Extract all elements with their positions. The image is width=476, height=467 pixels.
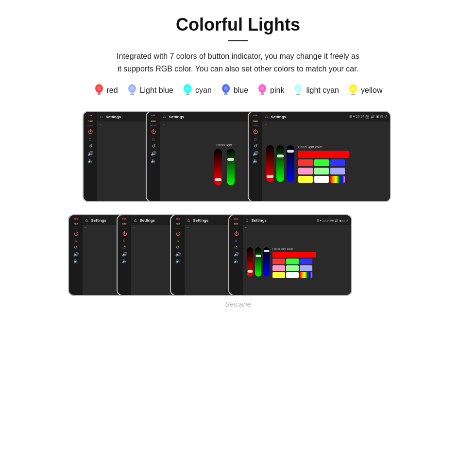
bscreen-topbar-4: ⌂ Settings ☰ ♥ 20:24 📷 🔊 ▣ ⊟ ↺ <box>243 215 351 225</box>
svg-rect-17 <box>261 92 264 94</box>
bottom-screen-4: mic nav ⏻ ⌂ ↺ 🔊 🔈 ⌂ Settings ☰ ♥ 20:24 📷… <box>228 214 352 296</box>
topbar3-time: ☰ ♥ 20:24 📷 🔊 ▣ ⊟ ↺ <box>349 115 387 119</box>
topbar2-home: ⌂ <box>163 114 166 119</box>
bsidebar1-vol-up: 🔊 <box>73 252 79 257</box>
sidebar3-vol-dn: 🔈 <box>253 158 258 163</box>
color-item-lightblue: Light blue <box>127 84 173 97</box>
green-track-2 <box>227 149 235 185</box>
sidebar2-power: ⏻ <box>151 129 156 134</box>
sidebar2-vol-dn: 🔈 <box>151 158 156 163</box>
svg-rect-9 <box>186 92 189 94</box>
sidebar3-back: ↺ <box>254 143 257 149</box>
bsidebar1-mic: mic <box>74 217 78 220</box>
color-panel-area: Panel light color <box>266 145 386 183</box>
bscreen-main-4: ⌂ Settings ☰ ♥ 20:24 📷 🔊 ▣ ⊟ ↺ ← <box>243 215 351 295</box>
bsidebar2-mic: mic <box>122 217 127 220</box>
sidebar3-divider <box>253 125 258 126</box>
page-title: Colorful Lights <box>19 15 457 35</box>
bmini-green-track <box>255 247 261 277</box>
topbar2-settings: Settings <box>169 115 184 119</box>
swatches-row3 <box>298 176 349 183</box>
swatch-lg1 <box>314 168 329 174</box>
bottom-screens-row: mic nav ⏻ ⌂ ↺ 🔊 🔈 ⌂ Settings ⚙ ψ ← <box>19 214 457 296</box>
color-label-lightblue: Light blue <box>140 86 173 95</box>
svg-rect-13 <box>224 92 227 94</box>
green-slider-2 <box>227 149 235 185</box>
bsidebar4-back: ↺ <box>234 245 238 250</box>
btopbar4-home: ⌂ <box>246 218 248 223</box>
color-label-cyan: cyan <box>195 86 212 95</box>
slider-label-2: Panel light <box>216 143 232 147</box>
bottom-screens-container: mic nav ⏻ ⌂ ↺ 🔊 🔈 ⌂ Settings ⚙ ψ ← <box>68 214 408 296</box>
watermark: Seicane <box>19 300 457 308</box>
bulb-icon-cyan <box>182 84 193 97</box>
color-label-pink: pink <box>270 86 284 95</box>
bswatches-row3 <box>272 272 316 278</box>
bmini-green-thumb <box>255 255 261 257</box>
bswatch-lb1 <box>300 265 312 271</box>
topbar-settings: Settings <box>105 115 121 119</box>
bscreen-sidebar-4: mic nav ⏻ ⌂ ↺ 🔊 🔈 <box>229 215 243 295</box>
bsidebar4-home: ⌂ <box>235 238 237 243</box>
svg-rect-26 <box>351 94 355 95</box>
back-arrow-3: ← <box>262 121 390 127</box>
sidebar-nav: nav <box>88 120 93 122</box>
sidebar-vol-dn: 🔈 <box>87 158 93 163</box>
bmini-red-thumb <box>247 270 253 273</box>
bscreen-sidebar-3: mic nav ⏻ ⌂ ↺ 🔊 🔈 <box>171 215 185 295</box>
screen-sidebar-3: mic nav ⏻ ⌂ ↺ 🔊 🔈 <box>249 112 262 201</box>
color-panel-label: Panel light color <box>298 145 349 149</box>
bsidebar1-power: ⏻ <box>74 231 78 236</box>
btopbar2-settings: Settings <box>139 218 155 223</box>
sidebar3-mic: mic <box>253 114 258 117</box>
screen-topbar-3: ⌂ Settings ☰ ♥ 20:24 📷 🔊 ▣ ⊟ ↺ <box>262 112 390 121</box>
bsidebar4-mic: mic <box>234 217 238 220</box>
topbar-home: ⌂ <box>100 114 102 119</box>
bsidebar1-home: ⌂ <box>74 238 77 243</box>
svg-point-15 <box>224 86 228 90</box>
bsidebar2-vol-dn: 🔈 <box>122 259 127 263</box>
bsidebar2-divider <box>122 228 127 228</box>
svg-rect-10 <box>186 94 189 95</box>
top-screens-row: mic nav ⏻ ⌂ ↺ 🔊 🔈 ⌂ Settings ⚙ ψ <box>19 111 457 202</box>
mini-blue-track <box>287 145 294 182</box>
bsidebar2-power: ⏻ <box>122 231 127 236</box>
svg-rect-6 <box>130 94 134 95</box>
bscreen-sidebar-2: mic nav ⏻ ⌂ ↺ 🔊 🔈 <box>118 215 131 295</box>
bswatch-rb1 <box>300 272 312 278</box>
swatch-rb1 <box>330 176 345 183</box>
swatch-y1 <box>298 176 313 183</box>
svg-point-3 <box>97 86 101 90</box>
bback-arrow-4: ← <box>243 225 351 230</box>
color-label-blue: blue <box>234 86 248 95</box>
color-label-red: red <box>107 86 118 95</box>
slider-group-2: Panel light <box>214 143 235 185</box>
swatch-lb1 <box>330 168 345 174</box>
swatch-b1 <box>330 159 345 166</box>
bcolor-swatches: Panel light color <box>272 247 316 278</box>
svg-point-19 <box>260 86 264 90</box>
bsidebar2-back: ↺ <box>122 245 126 250</box>
bsidebar4-vol-up: 🔊 <box>234 252 239 257</box>
bswatch-pk1 <box>272 265 285 271</box>
title-divider <box>228 40 248 41</box>
mini-green-slider <box>276 145 284 182</box>
color-item-red: red <box>94 84 118 97</box>
svg-rect-1 <box>98 92 101 94</box>
svg-rect-5 <box>131 92 134 94</box>
mini-green-thumb <box>277 155 284 157</box>
bsidebar1-vol-dn: 🔈 <box>73 259 79 263</box>
bsidebar4-nav: nav <box>234 222 238 225</box>
bsidebar4-power: ⏻ <box>234 231 238 236</box>
bsidebar3-nav: nav <box>176 222 180 225</box>
btopbar1-settings: Settings <box>91 218 106 223</box>
bulb-icon-lightblue <box>127 84 137 97</box>
sidebar2-home: ⌂ <box>152 136 155 141</box>
screen-main-3: ⌂ Settings ☰ ♥ 20:24 📷 🔊 ▣ ⊟ ↺ ← <box>262 112 390 201</box>
swatch-w1 <box>314 176 329 183</box>
swatches-row1 <box>298 159 349 166</box>
mini-red-track <box>266 145 274 182</box>
svg-rect-2 <box>97 94 101 95</box>
bmini-blue-thumb <box>264 250 269 252</box>
btopbar3-home: ⌂ <box>187 218 190 223</box>
